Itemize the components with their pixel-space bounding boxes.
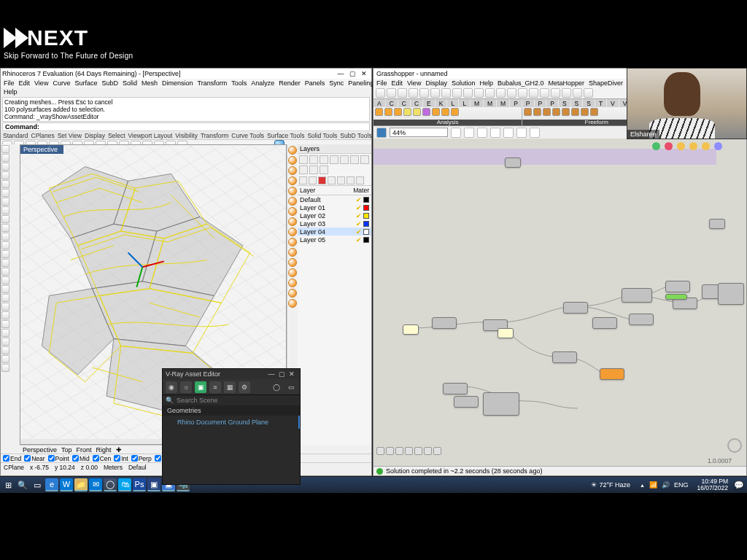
maximize-button[interactable]: ▢: [347, 69, 358, 78]
clap-icon[interactable]: [689, 142, 697, 150]
redo-icon[interactable]: [452, 88, 462, 98]
vray-titlebar[interactable]: V-Ray Asset Editor — ▢ ✕: [163, 369, 300, 379]
pointer-icon[interactable]: [1, 145, 9, 153]
menu-view[interactable]: View: [34, 79, 48, 87]
explode-icon[interactable]: [1, 355, 9, 363]
comp-icon[interactable]: [451, 108, 459, 116]
edge-icon[interactable]: e: [45, 478, 58, 491]
wireframe-icon[interactable]: [490, 128, 500, 138]
task-view-icon[interactable]: ▭: [31, 478, 44, 491]
solid-icon[interactable]: [1, 259, 9, 267]
comp-icon[interactable]: [384, 108, 392, 116]
layer-swatch[interactable]: [363, 229, 369, 235]
sphere-icon[interactable]: [1, 268, 9, 276]
copy-icon[interactable]: [419, 88, 429, 98]
lock-icon[interactable]: [573, 88, 582, 98]
gh-tab[interactable]: A: [374, 99, 385, 107]
camera-icon[interactable]: [288, 299, 297, 308]
zoom-field[interactable]: [390, 128, 448, 137]
trim-icon[interactable]: [1, 329, 9, 337]
menu-dimension[interactable]: Dimension: [162, 79, 193, 87]
minimize-button[interactable]: —: [335, 69, 347, 78]
notifications-icon[interactable]: 💬: [732, 478, 746, 491]
box-icon[interactable]: [1, 276, 9, 284]
align-icon[interactable]: [584, 88, 593, 98]
osnap-checkbox[interactable]: [131, 455, 138, 462]
sky-icon[interactable]: [288, 268, 297, 277]
start-button[interactable]: ⊞: [1, 478, 15, 491]
vtab-top[interactable]: Top: [61, 446, 72, 454]
vray-asset-item[interactable]: Rhino Document Ground Plane: [163, 416, 300, 429]
osnap-checkbox[interactable]: [3, 455, 9, 462]
textures-icon[interactable]: ▦: [224, 381, 236, 393]
tab-transform[interactable]: Transform: [201, 132, 228, 139]
vtab-front[interactable]: Front: [77, 446, 92, 454]
tab-select[interactable]: Select: [108, 132, 125, 139]
comp-icon[interactable]: [581, 108, 589, 116]
gh-component[interactable]: [505, 158, 521, 168]
menu-file[interactable]: File: [4, 79, 15, 87]
gh-component[interactable]: [552, 351, 577, 363]
explorer-icon[interactable]: 📁: [74, 478, 88, 491]
sun2-icon[interactable]: [350, 155, 359, 164]
dim-icon[interactable]: [1, 241, 9, 249]
env-icon[interactable]: [288, 289, 297, 298]
menu-transform[interactable]: Transform: [198, 79, 228, 87]
tab-display[interactable]: Display: [85, 132, 105, 139]
osnap-checkbox[interactable]: [155, 455, 161, 462]
gh-component[interactable]: [443, 383, 468, 394]
gh-canvas[interactable]: 1.0.0007: [374, 139, 746, 466]
rhino-menubar[interactable]: File Edit View Curve Surface SubD Solid …: [1, 79, 371, 88]
ghosted-icon[interactable]: [288, 176, 297, 185]
zoom-icon[interactable]: [463, 88, 473, 98]
tab-curvetools[interactable]: Curve Tools: [231, 132, 264, 139]
menu-metahopper[interactable]: MetaHopper: [549, 79, 585, 87]
left-toolbar[interactable]: [1, 144, 20, 445]
solver-icon[interactable]: [551, 88, 560, 98]
gh-tab[interactable]: P: [535, 99, 546, 107]
layer-item[interactable]: Default✔: [298, 195, 371, 203]
menu-help[interactable]: Help: [1, 88, 371, 96]
menu-edit[interactable]: Edit: [19, 79, 31, 87]
osnap-checkbox[interactable]: [24, 455, 31, 462]
gh-markov-toolbar[interactable]: [376, 447, 441, 455]
mail-icon[interactable]: ✉: [89, 478, 102, 491]
preview-icon[interactable]: [507, 88, 516, 98]
osnap-checkbox[interactable]: [114, 455, 120, 462]
layer-item[interactable]: Layer 04✔: [298, 228, 371, 236]
point-icon[interactable]: [1, 224, 9, 232]
gh-component[interactable]: [665, 281, 690, 292]
vray-asset-editor[interactable]: V-Ray Asset Editor — ▢ ✕ ◉ ☼ ▣ ≡ ▦ ⚙ ◯ ▭…: [162, 368, 301, 485]
gh-tab[interactable]: S: [571, 99, 583, 107]
gnd-icon[interactable]: [360, 155, 369, 164]
comp-icon[interactable]: [543, 108, 551, 116]
word-icon[interactable]: W: [60, 478, 73, 491]
filter-icon[interactable]: [347, 176, 355, 184]
mru-icon[interactable]: [405, 447, 413, 455]
rendered-icon[interactable]: [288, 197, 297, 206]
gh-component[interactable]: [454, 396, 479, 408]
menu-bubalus[interactable]: Bubalus_GH2.0: [498, 79, 544, 87]
ground-icon[interactable]: [288, 258, 297, 267]
viewport-label[interactable]: Perspective: [20, 145, 63, 154]
materials-icon[interactable]: ◉: [166, 381, 177, 393]
osnap-near[interactable]: Near: [24, 455, 44, 462]
menu-help[interactable]: Help: [479, 79, 493, 87]
gh-component[interactable]: [432, 317, 457, 329]
moveup-icon[interactable]: [328, 176, 336, 184]
lights-icon[interactable]: ☼: [180, 381, 192, 393]
pan-icon[interactable]: [474, 88, 484, 98]
shelf-analysis[interactable]: Analysis: [374, 107, 522, 125]
gh-tab[interactable]: C: [386, 99, 398, 107]
menu-subd[interactable]: SubD: [101, 79, 118, 87]
col-material[interactable]: Mater: [353, 187, 369, 194]
render-button-icon[interactable]: ◯: [271, 381, 282, 393]
save-icon[interactable]: [376, 128, 387, 138]
gh-tab[interactable]: L: [447, 99, 458, 107]
laugh-icon[interactable]: [702, 142, 710, 150]
save-icon[interactable]: [398, 88, 407, 98]
layer-swatch[interactable]: [363, 213, 369, 219]
osnap-icon[interactable]: [288, 146, 297, 155]
surface-icon[interactable]: [1, 250, 9, 258]
gh-tab[interactable]: M: [484, 99, 496, 107]
